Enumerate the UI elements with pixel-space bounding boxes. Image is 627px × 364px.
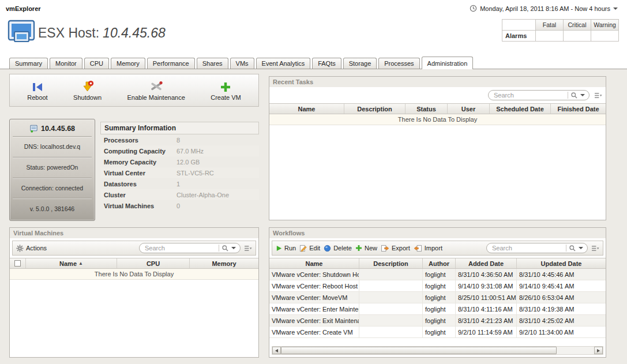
column-header-name[interactable]: Name ▲ bbox=[26, 258, 117, 268]
workflow-author-cell: foglight bbox=[423, 280, 456, 291]
new-label: New bbox=[365, 245, 377, 252]
workflow-author-cell: foglight bbox=[423, 269, 456, 280]
tab-processes[interactable]: Processes bbox=[378, 58, 419, 69]
column-header-name[interactable]: Name bbox=[269, 258, 359, 268]
run-button[interactable]: Run bbox=[276, 245, 296, 252]
page-title: ESX Host:10.4.45.68 bbox=[38, 25, 166, 41]
tab-administration[interactable]: Administration bbox=[422, 57, 474, 69]
column-label: Name bbox=[59, 260, 77, 267]
tab-monitor[interactable]: Monitor bbox=[50, 58, 82, 69]
column-header-added-date[interactable]: Added Date bbox=[456, 258, 517, 268]
tab-bar: Summary Monitor CPU Memory Performance S… bbox=[0, 56, 627, 69]
column-header-user[interactable]: User bbox=[448, 104, 490, 114]
host-name: 10.4.45.68 bbox=[41, 125, 75, 133]
horizontal-scrollbar[interactable] bbox=[272, 346, 603, 355]
table-options-icon[interactable] bbox=[594, 92, 602, 99]
tab-vms[interactable]: VMs bbox=[230, 58, 254, 69]
alarms-table: Fatal Critical Warning Alarms bbox=[502, 19, 619, 42]
column-header-author[interactable]: Author bbox=[423, 258, 456, 268]
workflows-toolbar: Run Edit Delete New Export Import bbox=[272, 241, 603, 256]
table-row[interactable]: VMware vCenter: MoveVM foglight 8/25/10 … bbox=[269, 292, 606, 303]
reboot-label: Reboot bbox=[27, 94, 47, 101]
summary-value: 0 bbox=[177, 202, 180, 209]
workflow-updated-date-cell: 8/31/10 4:19:38 AM bbox=[517, 303, 606, 314]
search-input[interactable] bbox=[494, 92, 565, 99]
summary-label: Processors bbox=[100, 137, 177, 144]
alarm-value-critical[interactable] bbox=[564, 31, 591, 42]
column-header-finished-date[interactable]: Finished Date bbox=[551, 104, 606, 114]
column-header-memory[interactable]: Memory bbox=[190, 258, 258, 268]
search-options-caret-icon[interactable] bbox=[231, 247, 236, 249]
export-button[interactable]: Export bbox=[381, 245, 410, 252]
table-row[interactable]: VMware vCenter: Exit Maintena foglight 8… bbox=[269, 315, 606, 327]
select-all-checkbox[interactable] bbox=[14, 260, 21, 267]
table-options-icon[interactable] bbox=[591, 245, 599, 252]
host-dns: DNS: localhost.dev.q bbox=[13, 136, 92, 157]
scroll-right-icon bbox=[597, 349, 600, 352]
run-icon bbox=[276, 245, 282, 252]
shutdown-icon bbox=[81, 80, 94, 93]
column-header-name[interactable]: Name bbox=[269, 104, 344, 114]
tab-performance[interactable]: Performance bbox=[147, 58, 195, 69]
time-range-control[interactable]: Monday, April 18, 2011 8:16 AM - Now 4 h… bbox=[470, 5, 618, 12]
search-icon[interactable] bbox=[221, 245, 229, 252]
scroll-left-button[interactable] bbox=[272, 347, 281, 354]
column-label: Added Date bbox=[468, 260, 504, 267]
column-header-description[interactable]: Description bbox=[344, 104, 406, 114]
tab-event-analytics[interactable]: Event Analytics bbox=[256, 58, 311, 69]
search-input[interactable] bbox=[145, 245, 216, 252]
shutdown-button[interactable]: Shutdown bbox=[73, 80, 102, 101]
scroll-right-button[interactable] bbox=[594, 347, 603, 354]
column-header-updated-date[interactable]: Updated Date bbox=[517, 258, 606, 268]
workflow-description-cell bbox=[359, 292, 423, 303]
tab-shares[interactable]: Shares bbox=[197, 58, 228, 69]
workflow-updated-date-cell: 8/26/10 6:53:04 AM bbox=[517, 292, 606, 303]
workflow-added-date-cell: 9/2/10 11:14:59 AM bbox=[456, 327, 517, 337]
gear-icon bbox=[16, 245, 24, 252]
table-row[interactable]: VMware vCenter: Enter Maintena foglight … bbox=[269, 303, 606, 315]
tab-cpu[interactable]: CPU bbox=[84, 58, 109, 69]
summary-value: 12.0 GB bbox=[177, 159, 200, 166]
tab-summary[interactable]: Summary bbox=[9, 58, 48, 69]
tab-storage[interactable]: Storage bbox=[343, 58, 377, 69]
scrollbar-thumb[interactable] bbox=[281, 347, 557, 354]
search-icon[interactable] bbox=[569, 245, 576, 252]
search-options-caret-icon[interactable] bbox=[580, 94, 585, 96]
workflow-name-cell: VMware vCenter: MoveVM bbox=[269, 292, 359, 303]
import-button[interactable]: Import bbox=[414, 245, 442, 252]
table-row[interactable]: VMware vCenter: Reboot Host foglight 9/1… bbox=[269, 280, 606, 292]
edit-button[interactable]: Edit bbox=[299, 245, 320, 252]
enable-maintenance-button[interactable]: Enable Maintenance bbox=[127, 80, 185, 101]
plus-icon bbox=[220, 80, 231, 93]
table-options-icon[interactable] bbox=[244, 245, 252, 252]
column-header-cpu[interactable]: CPU bbox=[117, 258, 190, 268]
actions-button[interactable]: Actions bbox=[16, 245, 47, 252]
table-row[interactable]: VMware vCenter: Shutdown Ho foglight 8/3… bbox=[269, 269, 606, 280]
workflows-title: Workflows bbox=[269, 228, 606, 238]
host-icon bbox=[29, 124, 38, 133]
search-options-caret-icon[interactable] bbox=[579, 247, 583, 249]
column-label: Status bbox=[416, 106, 436, 112]
search-icon[interactable] bbox=[570, 92, 578, 99]
workflow-name-cell: VMware vCenter: Exit Maintena bbox=[269, 315, 359, 326]
table-row[interactable]: VMware vCenter: Create VM foglight 9/2/1… bbox=[269, 327, 606, 338]
recent-tasks-title: Recent Tasks bbox=[269, 77, 606, 87]
workflows-panel: Workflows Run Edit Delete New Export Imp… bbox=[269, 227, 606, 358]
column-header-scheduled-date[interactable]: Scheduled Date bbox=[490, 104, 551, 114]
delete-icon bbox=[324, 245, 331, 252]
search-input[interactable] bbox=[492, 245, 564, 252]
alarm-column-fatal: Fatal bbox=[536, 20, 564, 31]
column-header-description[interactable]: Description bbox=[359, 258, 423, 268]
column-header-status[interactable]: Status bbox=[406, 104, 448, 114]
create-vm-button[interactable]: Create VM bbox=[211, 80, 241, 101]
alarm-value-warning[interactable] bbox=[591, 31, 619, 42]
reboot-button[interactable]: Reboot bbox=[27, 80, 47, 101]
scrollbar-track[interactable] bbox=[281, 347, 594, 354]
alarm-value-fatal[interactable] bbox=[536, 31, 564, 42]
delete-button[interactable]: Delete bbox=[324, 245, 352, 252]
export-icon bbox=[381, 245, 389, 252]
new-button[interactable]: New bbox=[355, 245, 377, 252]
workflows-table-header: Name Description Author Added Date Updat… bbox=[269, 258, 606, 269]
tab-memory[interactable]: Memory bbox=[111, 58, 145, 69]
tab-faqts[interactable]: FAQts bbox=[312, 58, 341, 69]
